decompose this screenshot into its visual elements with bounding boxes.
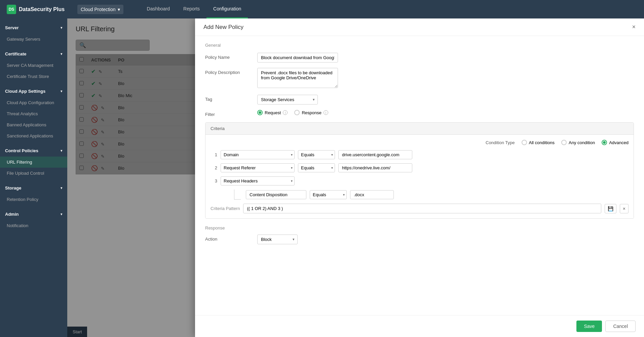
sidebar-section-title-cloud-app: Cloud App Settings <box>5 89 45 94</box>
module-selector[interactable]: Cloud Protection ▾ <box>77 5 123 14</box>
add-new-policy-modal: Add New Policy × General Policy Name Pol… <box>195 18 644 337</box>
condition-op-1-wrapper: Equals ▾ <box>298 150 335 159</box>
response-section-label: Response <box>205 225 634 230</box>
filter-request-info-icon[interactable]: i <box>283 110 288 115</box>
condition-type-row: Condition Type All conditions Any condit… <box>211 140 629 145</box>
sidebar-section-header-storage[interactable]: Storage ▾ <box>0 182 67 194</box>
criteria-header: Criteria <box>205 123 634 135</box>
condition-num-1: 1 <box>211 152 217 157</box>
sidebar-section-arrow-cloud-app: ▾ <box>61 89 62 93</box>
condition-all-option[interactable]: All conditions <box>522 140 555 145</box>
condition-value-1-input[interactable] <box>338 150 412 159</box>
sidebar-item-file-upload[interactable]: File Upload Control <box>0 168 67 179</box>
filter-request-label: Request <box>265 110 281 115</box>
filter-request-option[interactable]: Request i <box>257 110 288 115</box>
filter-radio-group: Request i Response i <box>257 110 634 115</box>
sidebar-section-admin: Admin ▾ Notification <box>0 208 67 231</box>
content-area: URL Filtering 🔍 ACTIONS PO <box>67 18 644 337</box>
sidebar-item-server-ca[interactable]: Server CA Management <box>0 60 67 71</box>
condition-op-2-select[interactable]: Equals <box>298 163 335 172</box>
nav-configuration[interactable]: Configuration <box>206 0 248 18</box>
criteria-pattern-save-button[interactable]: 💾 <box>605 204 616 213</box>
sidebar-item-cert-trust[interactable]: Certificate Trust Store <box>0 71 67 82</box>
sidebar-item-retention-policy[interactable]: Retention Policy <box>0 194 67 205</box>
condition-num-3: 3 <box>211 178 217 183</box>
module-name: Cloud Protection <box>81 7 116 12</box>
condition-advanced-label: Advanced <box>609 140 629 145</box>
sidebar-section-header-certificate[interactable]: Certificate ▾ <box>0 48 67 60</box>
modal-body: General Policy Name Policy Description P… <box>195 36 644 315</box>
sidebar-section-title-admin: Admin <box>5 212 18 217</box>
topbar: DS DataSecurity Plus Cloud Protection ▾ … <box>0 0 644 18</box>
sidebar-section-title-control: Control Policies <box>5 148 38 153</box>
sub-condition-field-input[interactable] <box>246 190 306 199</box>
tag-row: Tag Storage Services ▾ <box>205 95 634 104</box>
sidebar-item-url-filtering[interactable]: URL Filtering <box>0 157 67 168</box>
sidebar-item-sanctioned-apps[interactable]: Sanctioned Applications <box>0 130 67 141</box>
cancel-button[interactable]: Cancel <box>605 321 636 332</box>
sidebar-item-cloud-app-config[interactable]: Cloud App Configuration <box>0 97 67 108</box>
sidebar-item-threat-analytics[interactable]: Threat Analytics <box>0 108 67 119</box>
action-control: Block Allow Monitor ▾ <box>257 235 634 244</box>
policy-name-label: Policy Name <box>205 53 252 60</box>
logo-icon: DS <box>7 5 16 14</box>
sidebar-section-header-server[interactable]: Server ▾ <box>0 22 67 34</box>
modal-footer: Save Cancel <box>195 315 644 337</box>
filter-response-option[interactable]: Response i <box>294 110 328 115</box>
condition-value-2-input[interactable] <box>338 163 412 172</box>
condition-field-1-select[interactable]: Domain <box>221 150 295 159</box>
sidebar-section-control-policies: Control Policies ▾ URL Filtering File Up… <box>0 145 67 179</box>
app-logo[interactable]: DS DataSecurity Plus <box>7 5 67 14</box>
sidebar-section-arrow-certificate: ▾ <box>61 52 62 56</box>
sub-condition-value-input[interactable] <box>350 190 394 199</box>
tag-select[interactable]: Storage Services <box>258 95 317 104</box>
sidebar-section-header-admin[interactable]: Admin ▾ <box>0 208 67 220</box>
app-name: DataSecurity Plus <box>19 6 65 12</box>
condition-field-3-select[interactable]: Request Headers <box>221 176 295 185</box>
criteria-body: Condition Type All conditions Any condit… <box>205 135 634 218</box>
condition-type-label: Condition Type <box>486 140 515 145</box>
filter-response-label: Response <box>302 110 321 115</box>
condition-advanced-radio[interactable] <box>602 140 607 145</box>
nav-reports[interactable]: Reports <box>177 0 206 18</box>
module-dropdown-icon: ▾ <box>118 7 120 12</box>
main-layout: Server ▾ Gateway Servers Certificate ▾ S… <box>0 18 644 337</box>
policy-name-control <box>257 53 634 62</box>
filter-response-radio[interactable] <box>294 110 300 115</box>
save-button[interactable]: Save <box>576 321 602 332</box>
policy-description-control: Prevent .docx files to be downloaded fro… <box>257 68 634 89</box>
sub-condition-op-select[interactable]: Equals <box>310 190 347 199</box>
filter-response-info-icon[interactable]: i <box>324 110 328 115</box>
action-select[interactable]: Block Allow Monitor <box>258 235 297 244</box>
criteria-pattern-input[interactable] <box>243 204 601 213</box>
sidebar-section-arrow-storage: ▾ <box>61 186 62 190</box>
condition-all-label: All conditions <box>529 140 555 145</box>
condition-any-label: Any condition <box>569 140 595 145</box>
policy-description-textarea[interactable]: Prevent .docx files to be downloaded fro… <box>257 68 338 88</box>
action-select-wrapper: Block Allow Monitor ▾ <box>257 235 298 244</box>
sidebar-item-notification[interactable]: Notification <box>0 220 67 231</box>
sidebar-item-banned-apps[interactable]: Banned Applications <box>0 119 67 130</box>
condition-field-2-wrapper: Request Referer ▾ <box>221 163 295 172</box>
condition-any-option[interactable]: Any condition <box>561 140 595 145</box>
condition-num-2: 2 <box>211 165 217 170</box>
condition-op-1-select[interactable]: Equals <box>298 150 335 159</box>
sidebar-section-header-control[interactable]: Control Policies ▾ <box>0 145 67 157</box>
sidebar-item-gateway-servers[interactable]: Gateway Servers <box>0 34 67 45</box>
nav-dashboard[interactable]: Dashboard <box>140 0 177 18</box>
modal-close-button[interactable]: × <box>632 24 636 31</box>
condition-advanced-option[interactable]: Advanced <box>602 140 629 145</box>
general-section-label: General <box>205 43 634 48</box>
sub-connector <box>234 189 241 200</box>
condition-field-2-select[interactable]: Request Referer <box>221 163 295 172</box>
condition-field-3-wrapper: Request Headers ▾ <box>221 176 295 185</box>
tag-control: Storage Services ▾ <box>257 95 634 104</box>
criteria-pattern-clear-button[interactable]: × <box>620 204 629 213</box>
policy-name-input[interactable] <box>257 53 338 62</box>
condition-all-radio[interactable] <box>522 140 527 145</box>
condition-any-radio[interactable] <box>561 140 567 145</box>
response-section: Response Action Block Allow Monitor ▾ <box>205 225 634 244</box>
modal-title: Add New Policy <box>203 24 243 31</box>
sidebar-section-header-cloud-app[interactable]: Cloud App Settings ▾ <box>0 85 67 97</box>
filter-request-radio[interactable] <box>257 110 263 115</box>
